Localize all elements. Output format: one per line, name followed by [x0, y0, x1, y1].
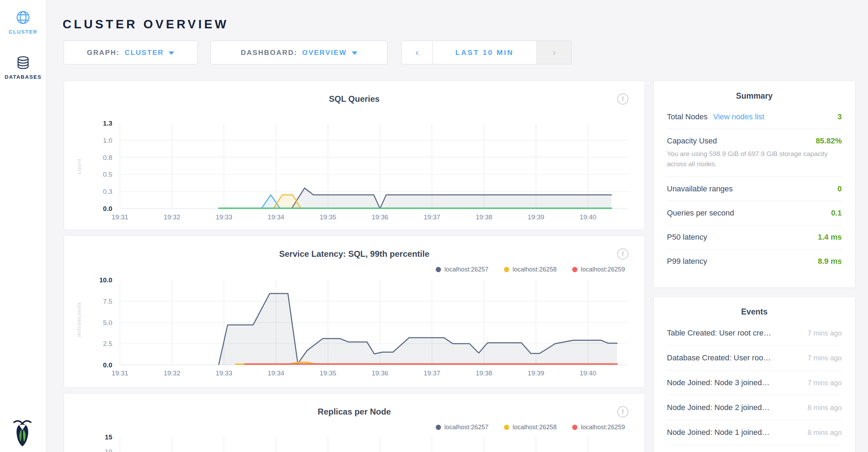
legend-dot [504, 425, 509, 430]
svg-text:19:33: 19:33 [216, 213, 233, 221]
chevron-down-icon [352, 51, 357, 55]
svg-text:19:39: 19:39 [528, 369, 545, 377]
cockroachdb-logo-icon [9, 418, 36, 448]
svg-text:19:38: 19:38 [476, 213, 492, 221]
graph-dropdown-label: GRAPH: [87, 49, 120, 57]
replicas-per-node-chart: 1510 [64, 394, 644, 452]
chevron-down-icon [169, 51, 174, 55]
chart-title: SQL Queries [64, 94, 645, 104]
sidebar: CLUSTER DATABASES [0, 0, 47, 452]
view-nodes-list-link[interactable]: View nodes list [713, 112, 764, 121]
legend-dot [436, 425, 441, 430]
svg-text:19:35: 19:35 [320, 369, 336, 377]
legend-item[interactable]: localhost:26257 [436, 424, 489, 431]
info-icon[interactable]: ! [617, 248, 628, 260]
chart-title: Service Latency: SQL, 99th percentile [64, 249, 645, 259]
dashboard-dropdown-value: OVERVIEW [302, 49, 347, 57]
legend-item[interactable]: localhost:26257 [436, 266, 489, 273]
info-icon[interactable]: ! [617, 406, 628, 417]
legend-item[interactable]: localhost:26258 [504, 266, 557, 273]
summary-panel: Summary Total Nodes View nodes list 3 Ca… [653, 80, 855, 288]
time-range-prev-button[interactable]: ‹ [402, 41, 433, 64]
event-row[interactable]: Database Created: User roo… 7 mins ago [667, 346, 842, 370]
summary-row-p99-latency: P99 latency 8.9 ms [667, 249, 842, 273]
svg-text:19:36: 19:36 [372, 213, 389, 221]
chevron-right-icon: › [553, 47, 556, 58]
svg-text:10.0: 10.0 [99, 276, 112, 284]
p99-latency-value: 8.9 ms [818, 257, 842, 266]
time-range-value[interactable]: LAST 10 MIN [433, 41, 536, 64]
queries-per-second-value: 0.1 [831, 209, 842, 218]
svg-text:1.3: 1.3 [103, 120, 112, 127]
svg-text:0.3: 0.3 [103, 188, 112, 195]
chart-legend: localhost:26257 localhost:26258 localhos… [436, 424, 625, 431]
svg-text:19:38: 19:38 [476, 369, 492, 377]
svg-text:19:37: 19:37 [424, 213, 440, 221]
legend-dot [572, 425, 577, 430]
sql-queries-panel: 1.31.00.80.50.30.019:3119:3219:3319:3419… [64, 80, 645, 230]
legend-dot [436, 267, 441, 272]
svg-text:0.5: 0.5 [103, 171, 112, 178]
event-row[interactable]: Node Joined: Node 1 joined… 8 mins ago [667, 420, 842, 445]
chevron-left-icon: ‹ [415, 47, 419, 58]
sidebar-item-label: CLUSTER [0, 29, 46, 35]
legend-dot [572, 267, 577, 272]
svg-text:19:31: 19:31 [112, 369, 128, 377]
summary-row-p50-latency: P50 latency 1.4 ms [667, 225, 842, 249]
y-axis-unit-label: count [76, 153, 82, 181]
database-icon [15, 55, 31, 70]
time-range-next-button[interactable]: › [536, 41, 571, 64]
total-nodes-value: 3 [838, 112, 842, 121]
svg-text:0.8: 0.8 [103, 154, 112, 161]
svg-text:19:35: 19:35 [320, 213, 336, 221]
svg-text:19:31: 19:31 [112, 213, 128, 221]
svg-text:19:37: 19:37 [424, 369, 440, 377]
svg-text:19:39: 19:39 [528, 213, 545, 221]
p50-latency-value: 1.4 ms [818, 233, 842, 242]
events-title: Events [667, 297, 842, 321]
svg-text:2.5: 2.5 [103, 340, 112, 347]
dashboard-dropdown[interactable]: DASHBOARD: OVERVIEW [211, 41, 387, 64]
svg-text:15: 15 [105, 433, 113, 441]
summary-title: Summary [667, 81, 842, 105]
svg-text:19:34: 19:34 [268, 213, 284, 221]
svg-text:19:32: 19:32 [164, 213, 180, 221]
service-latency-panel: 10.07.55.02.50.019:3119:3219:3319:3419:3… [64, 235, 645, 388]
svg-text:1.0: 1.0 [103, 137, 112, 144]
svg-text:0.0: 0.0 [103, 205, 112, 212]
events-panel: Events Table Created: User root cre… 7 m… [653, 296, 855, 452]
capacity-used-subtext: You are using 598.9 GiB of 697.9 GiB sto… [667, 149, 842, 169]
svg-text:10: 10 [105, 448, 112, 452]
globe-icon [15, 10, 31, 25]
graph-dropdown[interactable]: GRAPH: CLUSTER [64, 41, 198, 64]
chart-title: Replicas per Node [64, 407, 645, 417]
sidebar-item-label: DATABASES [0, 74, 46, 80]
dashboard-dropdown-label: DASHBOARD: [241, 49, 297, 57]
chart-legend: localhost:26257 localhost:26258 localhos… [436, 266, 625, 273]
summary-row-total-nodes: Total Nodes View nodes list 3 [667, 105, 842, 129]
sidebar-item-cluster[interactable]: CLUSTER [0, 10, 46, 35]
legend-dot [504, 267, 509, 272]
legend-item[interactable]: localhost:26259 [572, 266, 625, 273]
svg-text:19:32: 19:32 [164, 369, 180, 377]
info-icon[interactable]: ! [617, 93, 628, 105]
page-title: CLUSTER OVERVIEW [63, 17, 229, 31]
event-row[interactable]: Table Created: User root cre… 7 mins ago [667, 321, 842, 346]
svg-text:19:33: 19:33 [216, 369, 233, 377]
svg-text:19:40: 19:40 [580, 213, 597, 221]
replicas-per-node-panel: 1510 Replicas per Node ! localhost:26257… [64, 393, 645, 452]
svg-text:19:40: 19:40 [580, 369, 597, 377]
unavailable-ranges-value: 0 [838, 184, 842, 193]
event-row[interactable]: Node Joined: Node 3 joined… 7 mins ago [667, 370, 842, 395]
summary-row-queries-per-second: Queries per second 0.1 [667, 201, 842, 225]
legend-item[interactable]: localhost:26258 [504, 424, 557, 431]
y-axis-unit-label: milliseconds [76, 309, 82, 337]
sidebar-item-databases[interactable]: DATABASES [0, 55, 46, 80]
event-row[interactable]: Node Joined: Node 2 joined… 8 mins ago [667, 395, 842, 420]
svg-text:5.0: 5.0 [103, 319, 112, 326]
summary-row-capacity-used: Capacity Used 85.82% You are using 598.9… [667, 129, 842, 177]
capacity-used-value: 85.82% [816, 136, 842, 146]
legend-item[interactable]: localhost:26259 [572, 424, 625, 431]
svg-text:19:34: 19:34 [268, 369, 284, 377]
svg-text:0.0: 0.0 [103, 361, 112, 369]
